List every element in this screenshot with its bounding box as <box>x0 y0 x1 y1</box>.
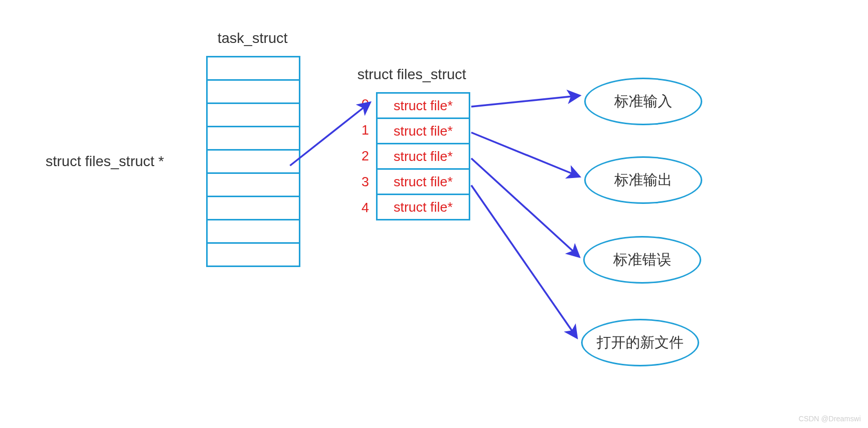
fd-index-3: 3 <box>361 174 369 190</box>
ellipse-stdin-label: 标准输入 <box>614 92 672 111</box>
fd-index-4: 4 <box>361 200 369 216</box>
arrow-task-to-files <box>290 104 369 166</box>
ellipse-stdin: 标准输入 <box>584 78 702 125</box>
fd-entry-2: struct file* <box>376 143 470 170</box>
files-struct-block: struct file* struct file* struct file* s… <box>376 92 470 220</box>
task-struct-cell <box>206 196 300 220</box>
ellipse-stderr-label: 标准错误 <box>613 250 671 270</box>
task-struct-cell <box>206 172 300 197</box>
fd-entry-0: struct file* <box>376 92 470 119</box>
fd-entry-1: struct file* <box>376 117 470 144</box>
fd-index-0: 0 <box>361 96 369 112</box>
ellipse-stdout: 标准输出 <box>584 156 702 204</box>
task-struct-block <box>206 56 300 267</box>
fd-index-2: 2 <box>361 148 369 164</box>
fd-index-1: 1 <box>361 122 369 138</box>
arrow-fd3-newfile <box>471 185 576 336</box>
ellipse-stdout-label: 标准输出 <box>614 170 672 190</box>
arrow-fd1-stdout <box>471 132 578 176</box>
fd-entry-3: struct file* <box>376 168 470 195</box>
task-struct-title: task_struct <box>218 30 287 47</box>
arrow-fd2-stderr <box>471 158 578 256</box>
task-struct-cell <box>206 102 300 127</box>
task-struct-cell-files-ptr <box>206 149 300 174</box>
task-struct-cell <box>206 56 300 81</box>
task-struct-cell <box>206 219 300 244</box>
task-struct-cell <box>206 79 300 104</box>
task-struct-cell <box>206 126 300 151</box>
files-struct-title: struct files_struct <box>357 66 466 83</box>
task-struct-cell <box>206 242 300 267</box>
ellipse-newfile-label: 打开的新文件 <box>597 333 684 352</box>
watermark: CSDN @Dreamswi <box>799 415 861 423</box>
ellipse-stderr: 标准错误 <box>583 236 701 284</box>
fd-entry-4: struct file* <box>376 194 470 220</box>
ellipse-newfile: 打开的新文件 <box>581 319 699 366</box>
arrow-fd0-stdin <box>471 96 578 107</box>
pointer-label: struct files_struct * <box>46 153 164 170</box>
